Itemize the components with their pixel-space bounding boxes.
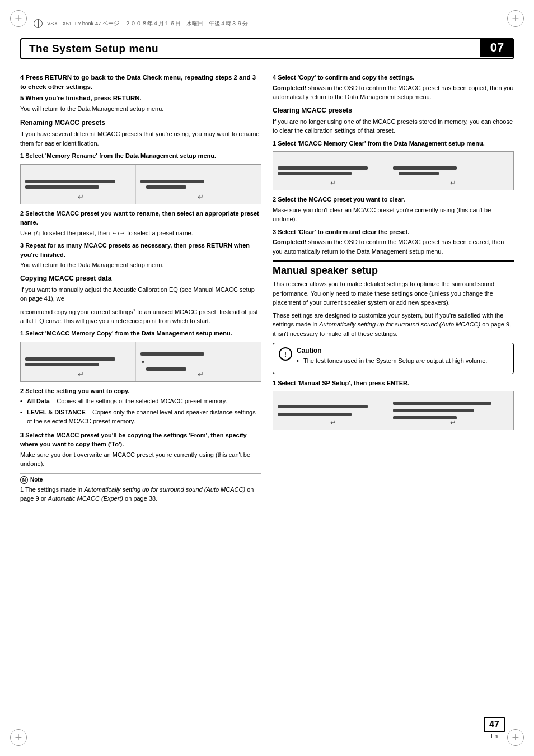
- page-footer: 47 En: [484, 717, 505, 739]
- renaming3-body: You will return to the Data Management s…: [20, 260, 261, 270]
- copying3-heading: 3 Select the MCACC preset you'll be copy…: [20, 431, 261, 449]
- osd-bar-c2: [25, 363, 99, 366]
- file-info-text: VSX-LX51_IIY.book 47 ページ ２００８年４月１６日 水曜日 …: [47, 20, 248, 27]
- copy4-heading: 4 Select 'Copy' to confirm and copy the …: [273, 73, 514, 82]
- manual1-heading: 1 Select 'Manual SP Setup', then press E…: [273, 379, 514, 388]
- step5-heading: 5 When you're finished, press RETURN.: [20, 94, 261, 103]
- osd-bar-1: [25, 180, 115, 183]
- renaming3-heading: 3 Repeat for as many MCACC presets as ne…: [20, 241, 261, 259]
- bullet-alldata-heading: All Data: [27, 398, 50, 404]
- renaming-heading: Renaming MCACC presets: [20, 118, 261, 128]
- copying2-heading: 2 Select the setting you want to copy.: [20, 386, 261, 396]
- bullet-leveldist-heading: LEVEL & DISTANCE: [27, 409, 86, 416]
- bullet-alldata-body: – Copies all the settings of the selecte…: [51, 398, 227, 404]
- clearing3-heading: 3 Select 'Clear' to confirm and clear th…: [273, 227, 514, 237]
- note-text: 1 The settings made in Automatically set…: [20, 485, 261, 503]
- osd-arrow-left: ↵: [78, 193, 84, 201]
- page-en: En: [491, 733, 498, 739]
- note-label-text: Note: [30, 476, 43, 484]
- caution-icon: !: [279, 347, 292, 361]
- copying-heading: Copying MCACC preset data: [20, 273, 261, 283]
- copying2-bullet-list: All Data – Copies all the settings of th…: [20, 396, 261, 426]
- corner-mark-bl: [10, 729, 27, 746]
- manual-setup-heading: Manual speaker setup: [273, 260, 514, 277]
- content-area: 4 Press RETURN to go back to the Data Ch…: [20, 73, 514, 711]
- osd-arrows-2: ↵ ↵: [21, 370, 261, 379]
- caution-list: The test tones used in the System Setup …: [297, 356, 487, 366]
- copying3-body: Make sure you don't overwrite an MCACC p…: [20, 450, 261, 469]
- osd-bar-m2: [278, 413, 352, 416]
- clearing3-body: Completed! shows in the OSD to confirm t…: [273, 237, 514, 256]
- corner-mark-br: [507, 729, 524, 746]
- osd-bar-4: [146, 185, 186, 189]
- osd-bar-cl2: [278, 172, 352, 175]
- copy4-body: Completed! shows in the OSD to confirm t…: [273, 83, 514, 102]
- clearing-body: If you are no longer using one of the MC…: [273, 117, 514, 136]
- osd-screen-manual: ↵ ↵: [273, 391, 514, 430]
- chapter-badge: 07: [480, 38, 514, 57]
- osd-arrow4-right: ↵: [450, 418, 456, 427]
- renaming2-heading: 2 Select the MCACC preset you want to re…: [20, 209, 261, 227]
- osd-arrow3-right: ↵: [450, 179, 456, 187]
- osd-bar-m3: [393, 402, 491, 405]
- step4-heading: 4 Press RETURN to go back to the Data Ch…: [20, 73, 261, 92]
- right-column: 4 Select 'Copy' to confirm and copy the …: [273, 73, 514, 711]
- osd-screen-clear: ↵ ↵: [273, 151, 514, 190]
- osd-bar-cl1: [278, 166, 368, 170]
- osd-arrow3-left: ↵: [330, 179, 336, 187]
- osd-bar-cl3: [393, 166, 457, 170]
- step5-body: You will return to the Data Management s…: [20, 104, 261, 114]
- renaming-body: If you have several different MCACC pres…: [20, 129, 261, 148]
- clearing2-body: Make sure you don't clear an MCACC prese…: [273, 206, 514, 224]
- bullet-alldata: All Data – Copies all the settings of th…: [20, 396, 261, 406]
- caution-bullet: The test tones used in the System Setup …: [297, 356, 487, 366]
- caution-box: ! Caution The test tones used in the Sys…: [273, 343, 514, 374]
- osd-arrows-3: ↵ ↵: [273, 179, 513, 187]
- osd-bar-2: [25, 185, 99, 189]
- manual-body2: These settings are designed to customize…: [273, 311, 514, 339]
- caution-title: Caution: [297, 347, 487, 354]
- header-section: The System Setup menu 07: [20, 38, 514, 59]
- osd-screen-rename: ↵ ↵: [20, 164, 261, 204]
- file-info-bar: VSX-LX51_IIY.book 47 ページ ２００８年４月１６日 水曜日 …: [34, 19, 500, 28]
- osd-bar-c1: [25, 357, 115, 361]
- osd-bar-m4: [393, 409, 474, 412]
- osd-bar-cl4: [399, 172, 439, 175]
- osd-bar-m1: [278, 405, 368, 408]
- osd-bar-c3: [140, 352, 204, 356]
- corner-mark-tl: [10, 10, 27, 27]
- copying1-heading: 1 Select 'MCACC Memory Copy' from the Da…: [20, 329, 261, 338]
- copying-body2: recommend copying your current settings1…: [20, 307, 261, 326]
- note-icon: N: [20, 476, 28, 484]
- osd-arrow4-left: ↵: [330, 418, 336, 427]
- manual-body1: This receiver allows you to make detaile…: [273, 279, 514, 307]
- renaming1-heading: 1 Select 'Memory Rename' from the Data M…: [20, 151, 261, 161]
- copying-body1: If you want to manually adjust the Acous…: [20, 285, 261, 304]
- bullet-leveldist: LEVEL & DISTANCE – Copies only the chann…: [20, 408, 261, 426]
- title-bar: The System Setup menu 07: [20, 38, 514, 59]
- clearing2-heading: 2 Select the MCACC preset you want to cl…: [273, 195, 514, 204]
- page-number: 47: [484, 717, 505, 732]
- osd-text-v: ▼: [140, 358, 256, 365]
- osd-arrows: ↵ ↵: [21, 193, 261, 201]
- note-box: N Note 1 The settings made in Automatica…: [20, 473, 261, 503]
- renaming2-body: Use ↑/↓ to select the preset, then ←/→ t…: [20, 228, 261, 238]
- osd-arrow2-left: ↵: [78, 370, 84, 379]
- left-column: 4 Press RETURN to go back to the Data Ch…: [20, 73, 261, 711]
- osd-screen-copy: ▼ ↵ ↵: [20, 342, 261, 382]
- osd-bar-3: [140, 180, 204, 183]
- crosshair-icon: [34, 19, 43, 28]
- osd-arrows-4: ↵ ↵: [273, 418, 513, 427]
- clearing-heading: Clearing MCACC presets: [273, 105, 514, 115]
- page-title: The System Setup menu: [29, 43, 158, 55]
- caution-content: Caution The test tones used in the Syste…: [297, 347, 487, 370]
- osd-arrow2-right: ↵: [198, 370, 204, 379]
- corner-mark-tr: [507, 10, 524, 27]
- note-label: N Note: [20, 476, 261, 484]
- page: VSX-LX51_IIY.book 47 ページ ２００８年４月１６日 水曜日 …: [0, 0, 534, 756]
- osd-arrow-right: ↵: [198, 193, 204, 201]
- clearing1-heading: 1 Select 'MCACC Memory Clear' from the D…: [273, 139, 514, 148]
